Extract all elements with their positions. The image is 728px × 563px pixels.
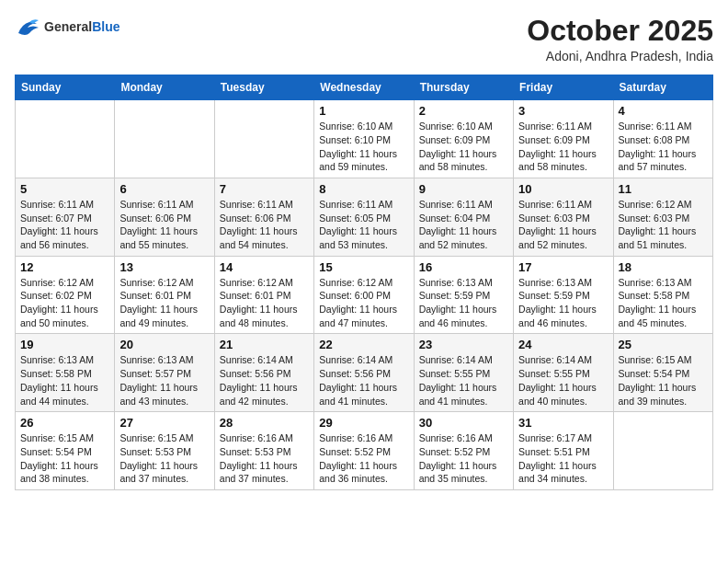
calendar-cell: 23Sunrise: 6:14 AM Sunset: 5:55 PM Dayli…: [414, 334, 513, 412]
calendar-cell: 25Sunrise: 6:15 AM Sunset: 5:54 PM Dayli…: [613, 334, 712, 412]
day-info: Sunrise: 6:12 AM Sunset: 6:01 PM Dayligh…: [119, 276, 209, 330]
calendar-cell: 7Sunrise: 6:11 AM Sunset: 6:06 PM Daylig…: [214, 178, 313, 256]
day-number: 13: [119, 260, 209, 274]
calendar-cell: 1Sunrise: 6:10 AM Sunset: 6:10 PM Daylig…: [314, 100, 414, 178]
day-info: Sunrise: 6:13 AM Sunset: 5:59 PM Dayligh…: [518, 276, 608, 330]
weekday-header-tuesday: Tuesday: [214, 75, 313, 100]
day-number: 3: [518, 104, 608, 118]
day-info: Sunrise: 6:11 AM Sunset: 6:05 PM Dayligh…: [319, 198, 408, 252]
calendar-cell: 10Sunrise: 6:11 AM Sunset: 6:03 PM Dayli…: [514, 178, 613, 256]
calendar-cell: 6Sunrise: 6:11 AM Sunset: 6:06 PM Daylig…: [115, 178, 214, 256]
calendar-week-row: 12Sunrise: 6:12 AM Sunset: 6:02 PM Dayli…: [16, 256, 713, 334]
title-area: October 2025 Adoni, Andhra Pradesh, Indi…: [527, 15, 713, 63]
day-number: 1: [319, 104, 408, 118]
calendar-cell: 12Sunrise: 6:12 AM Sunset: 6:02 PM Dayli…: [16, 256, 115, 334]
day-number: 4: [619, 104, 708, 118]
logo-text: General Blue: [44, 20, 119, 34]
weekday-header-row: SundayMondayTuesdayWednesdayThursdayFrid…: [16, 75, 713, 100]
day-number: 24: [518, 338, 608, 351]
calendar-cell: 5Sunrise: 6:11 AM Sunset: 6:07 PM Daylig…: [16, 178, 115, 256]
day-info: Sunrise: 6:12 AM Sunset: 6:03 PM Dayligh…: [619, 198, 708, 252]
day-info: Sunrise: 6:12 AM Sunset: 6:00 PM Dayligh…: [319, 276, 408, 330]
day-info: Sunrise: 6:13 AM Sunset: 5:58 PM Dayligh…: [20, 353, 109, 408]
day-info: Sunrise: 6:16 AM Sunset: 5:52 PM Dayligh…: [419, 431, 508, 486]
day-info: Sunrise: 6:11 AM Sunset: 6:07 PM Dayligh…: [20, 198, 109, 252]
day-number: 30: [419, 416, 508, 430]
day-number: 17: [518, 260, 608, 274]
day-number: 16: [419, 260, 508, 274]
calendar-cell: 17Sunrise: 6:13 AM Sunset: 5:59 PM Dayli…: [514, 256, 613, 334]
day-info: Sunrise: 6:13 AM Sunset: 5:59 PM Dayligh…: [419, 276, 508, 330]
calendar-cell: 14Sunrise: 6:12 AM Sunset: 6:01 PM Dayli…: [214, 256, 313, 334]
weekday-header-monday: Monday: [115, 75, 214, 100]
day-info: Sunrise: 6:15 AM Sunset: 5:53 PM Dayligh…: [119, 431, 209, 486]
logo: General Blue: [15, 15, 119, 40]
day-number: 26: [20, 416, 109, 430]
day-info: Sunrise: 6:12 AM Sunset: 6:02 PM Dayligh…: [20, 276, 109, 330]
page-header: General Blue October 2025 Adoni, Andhra …: [15, 15, 713, 63]
logo-general: General: [44, 20, 92, 34]
day-number: 6: [119, 182, 209, 196]
day-info: Sunrise: 6:13 AM Sunset: 5:58 PM Dayligh…: [619, 276, 708, 330]
logo-icon: [15, 15, 40, 40]
day-info: Sunrise: 6:16 AM Sunset: 5:52 PM Dayligh…: [319, 431, 408, 486]
day-number: 11: [619, 182, 708, 196]
calendar-table: SundayMondayTuesdayWednesdayThursdayFrid…: [15, 75, 713, 490]
day-info: Sunrise: 6:11 AM Sunset: 6:03 PM Dayligh…: [518, 198, 608, 252]
day-info: Sunrise: 6:15 AM Sunset: 5:54 PM Dayligh…: [619, 353, 708, 408]
calendar-cell: 20Sunrise: 6:13 AM Sunset: 5:57 PM Dayli…: [115, 334, 214, 412]
calendar-cell: 19Sunrise: 6:13 AM Sunset: 5:58 PM Dayli…: [16, 334, 115, 412]
logo-blue: Blue: [92, 20, 119, 34]
calendar-week-row: 19Sunrise: 6:13 AM Sunset: 5:58 PM Dayli…: [16, 334, 713, 412]
calendar-cell: 13Sunrise: 6:12 AM Sunset: 6:01 PM Dayli…: [115, 256, 214, 334]
calendar-cell: 15Sunrise: 6:12 AM Sunset: 6:00 PM Dayli…: [314, 256, 414, 334]
calendar-cell: 11Sunrise: 6:12 AM Sunset: 6:03 PM Dayli…: [613, 178, 712, 256]
day-info: Sunrise: 6:13 AM Sunset: 5:57 PM Dayligh…: [119, 353, 209, 408]
month-title: October 2025: [527, 15, 713, 47]
weekday-header-friday: Friday: [514, 75, 613, 100]
calendar-cell: 27Sunrise: 6:15 AM Sunset: 5:53 PM Dayli…: [115, 412, 214, 490]
day-number: 8: [319, 182, 408, 196]
day-info: Sunrise: 6:12 AM Sunset: 6:01 PM Dayligh…: [220, 276, 309, 330]
calendar-cell: 30Sunrise: 6:16 AM Sunset: 5:52 PM Dayli…: [414, 412, 513, 490]
calendar-cell: 3Sunrise: 6:11 AM Sunset: 6:09 PM Daylig…: [514, 100, 613, 178]
day-number: 18: [619, 260, 708, 274]
calendar-cell: 22Sunrise: 6:14 AM Sunset: 5:56 PM Dayli…: [314, 334, 414, 412]
calendar-week-row: 26Sunrise: 6:15 AM Sunset: 5:54 PM Dayli…: [16, 412, 713, 490]
day-info: Sunrise: 6:10 AM Sunset: 6:09 PM Dayligh…: [419, 120, 508, 174]
weekday-header-saturday: Saturday: [613, 75, 712, 100]
calendar-cell: 2Sunrise: 6:10 AM Sunset: 6:09 PM Daylig…: [414, 100, 513, 178]
day-number: 7: [220, 182, 309, 196]
calendar-cell: [613, 412, 712, 490]
day-info: Sunrise: 6:17 AM Sunset: 5:51 PM Dayligh…: [518, 431, 608, 486]
day-number: 12: [20, 260, 109, 274]
day-info: Sunrise: 6:11 AM Sunset: 6:09 PM Dayligh…: [518, 120, 608, 174]
calendar-week-row: 1Sunrise: 6:10 AM Sunset: 6:10 PM Daylig…: [16, 100, 713, 178]
day-number: 31: [518, 416, 608, 430]
day-info: Sunrise: 6:10 AM Sunset: 6:10 PM Dayligh…: [319, 120, 408, 174]
day-info: Sunrise: 6:15 AM Sunset: 5:54 PM Dayligh…: [20, 431, 109, 486]
day-number: 21: [220, 338, 309, 351]
calendar-cell: 4Sunrise: 6:11 AM Sunset: 6:08 PM Daylig…: [613, 100, 712, 178]
weekday-header-thursday: Thursday: [414, 75, 513, 100]
day-number: 20: [119, 338, 209, 351]
day-info: Sunrise: 6:11 AM Sunset: 6:08 PM Dayligh…: [619, 120, 708, 174]
day-number: 23: [419, 338, 508, 351]
day-number: 9: [419, 182, 508, 196]
calendar-cell: 29Sunrise: 6:16 AM Sunset: 5:52 PM Dayli…: [314, 412, 414, 490]
day-number: 27: [119, 416, 209, 430]
calendar-cell: 26Sunrise: 6:15 AM Sunset: 5:54 PM Dayli…: [16, 412, 115, 490]
calendar-cell: 9Sunrise: 6:11 AM Sunset: 6:04 PM Daylig…: [414, 178, 513, 256]
day-number: 14: [220, 260, 309, 274]
day-info: Sunrise: 6:14 AM Sunset: 5:56 PM Dayligh…: [220, 353, 309, 408]
day-info: Sunrise: 6:14 AM Sunset: 5:56 PM Dayligh…: [319, 353, 408, 408]
day-number: 25: [619, 338, 708, 351]
day-info: Sunrise: 6:14 AM Sunset: 5:55 PM Dayligh…: [419, 353, 508, 408]
calendar-cell: [214, 100, 313, 178]
day-info: Sunrise: 6:14 AM Sunset: 5:55 PM Dayligh…: [518, 353, 608, 408]
day-info: Sunrise: 6:11 AM Sunset: 6:04 PM Dayligh…: [419, 198, 508, 252]
calendar-cell: [115, 100, 214, 178]
calendar-cell: 8Sunrise: 6:11 AM Sunset: 6:05 PM Daylig…: [314, 178, 414, 256]
calendar-cell: 16Sunrise: 6:13 AM Sunset: 5:59 PM Dayli…: [414, 256, 513, 334]
day-number: 10: [518, 182, 608, 196]
